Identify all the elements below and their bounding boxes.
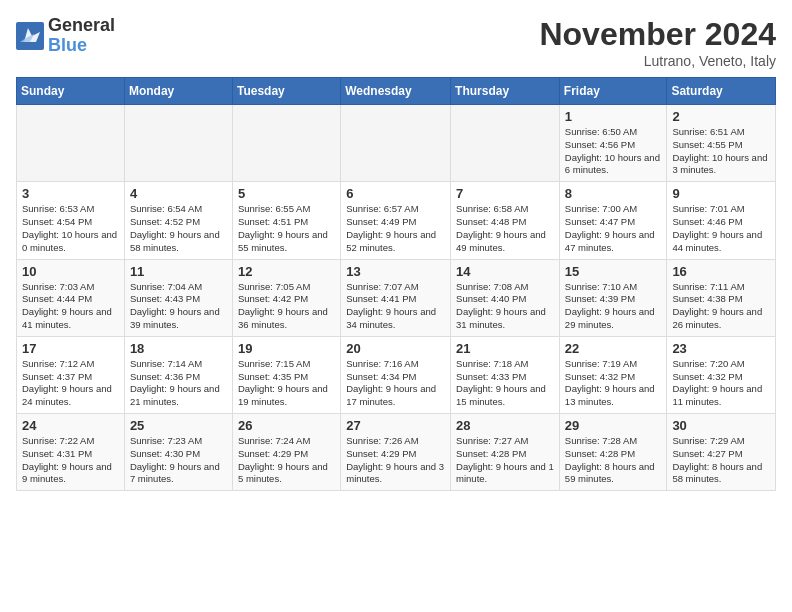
location: Lutrano, Veneto, Italy xyxy=(539,53,776,69)
calendar-day-cell: 8Sunrise: 7:00 AM Sunset: 4:47 PM Daylig… xyxy=(559,182,667,259)
day-number: 18 xyxy=(130,341,227,356)
day-number: 15 xyxy=(565,264,662,279)
day-info: Sunrise: 6:54 AM Sunset: 4:52 PM Dayligh… xyxy=(130,203,227,254)
day-number: 4 xyxy=(130,186,227,201)
day-info: Sunrise: 7:07 AM Sunset: 4:41 PM Dayligh… xyxy=(346,281,445,332)
calendar-day-cell: 9Sunrise: 7:01 AM Sunset: 4:46 PM Daylig… xyxy=(667,182,776,259)
day-info: Sunrise: 7:12 AM Sunset: 4:37 PM Dayligh… xyxy=(22,358,119,409)
day-number: 1 xyxy=(565,109,662,124)
calendar-day-cell xyxy=(124,105,232,182)
weekday-header-cell: Friday xyxy=(559,78,667,105)
calendar-day-cell: 3Sunrise: 6:53 AM Sunset: 4:54 PM Daylig… xyxy=(17,182,125,259)
day-info: Sunrise: 6:51 AM Sunset: 4:55 PM Dayligh… xyxy=(672,126,770,177)
calendar-day-cell: 26Sunrise: 7:24 AM Sunset: 4:29 PM Dayli… xyxy=(232,414,340,491)
calendar-day-cell: 6Sunrise: 6:57 AM Sunset: 4:49 PM Daylig… xyxy=(341,182,451,259)
calendar-day-cell: 10Sunrise: 7:03 AM Sunset: 4:44 PM Dayli… xyxy=(17,259,125,336)
calendar-day-cell: 19Sunrise: 7:15 AM Sunset: 4:35 PM Dayli… xyxy=(232,336,340,413)
day-number: 27 xyxy=(346,418,445,433)
calendar-day-cell: 16Sunrise: 7:11 AM Sunset: 4:38 PM Dayli… xyxy=(667,259,776,336)
day-info: Sunrise: 6:50 AM Sunset: 4:56 PM Dayligh… xyxy=(565,126,662,177)
day-number: 14 xyxy=(456,264,554,279)
calendar-day-cell: 28Sunrise: 7:27 AM Sunset: 4:28 PM Dayli… xyxy=(451,414,560,491)
day-info: Sunrise: 7:27 AM Sunset: 4:28 PM Dayligh… xyxy=(456,435,554,486)
day-info: Sunrise: 7:22 AM Sunset: 4:31 PM Dayligh… xyxy=(22,435,119,486)
logo-text: General Blue xyxy=(48,16,115,56)
day-info: Sunrise: 7:29 AM Sunset: 4:27 PM Dayligh… xyxy=(672,435,770,486)
calendar-week-row: 24Sunrise: 7:22 AM Sunset: 4:31 PM Dayli… xyxy=(17,414,776,491)
calendar-day-cell: 2Sunrise: 6:51 AM Sunset: 4:55 PM Daylig… xyxy=(667,105,776,182)
day-info: Sunrise: 7:11 AM Sunset: 4:38 PM Dayligh… xyxy=(672,281,770,332)
calendar-day-cell: 14Sunrise: 7:08 AM Sunset: 4:40 PM Dayli… xyxy=(451,259,560,336)
day-number: 5 xyxy=(238,186,335,201)
day-number: 9 xyxy=(672,186,770,201)
day-info: Sunrise: 7:24 AM Sunset: 4:29 PM Dayligh… xyxy=(238,435,335,486)
day-info: Sunrise: 6:58 AM Sunset: 4:48 PM Dayligh… xyxy=(456,203,554,254)
calendar: SundayMondayTuesdayWednesdayThursdayFrid… xyxy=(16,77,776,491)
weekday-header-cell: Sunday xyxy=(17,78,125,105)
logo-line1: General xyxy=(48,16,115,36)
day-number: 21 xyxy=(456,341,554,356)
day-number: 30 xyxy=(672,418,770,433)
day-number: 29 xyxy=(565,418,662,433)
day-number: 17 xyxy=(22,341,119,356)
calendar-day-cell: 13Sunrise: 7:07 AM Sunset: 4:41 PM Dayli… xyxy=(341,259,451,336)
calendar-day-cell: 4Sunrise: 6:54 AM Sunset: 4:52 PM Daylig… xyxy=(124,182,232,259)
day-number: 28 xyxy=(456,418,554,433)
day-number: 13 xyxy=(346,264,445,279)
day-number: 12 xyxy=(238,264,335,279)
day-number: 11 xyxy=(130,264,227,279)
day-number: 23 xyxy=(672,341,770,356)
calendar-day-cell: 23Sunrise: 7:20 AM Sunset: 4:32 PM Dayli… xyxy=(667,336,776,413)
day-info: Sunrise: 6:53 AM Sunset: 4:54 PM Dayligh… xyxy=(22,203,119,254)
day-info: Sunrise: 7:18 AM Sunset: 4:33 PM Dayligh… xyxy=(456,358,554,409)
calendar-day-cell: 30Sunrise: 7:29 AM Sunset: 4:27 PM Dayli… xyxy=(667,414,776,491)
calendar-day-cell: 11Sunrise: 7:04 AM Sunset: 4:43 PM Dayli… xyxy=(124,259,232,336)
day-info: Sunrise: 7:08 AM Sunset: 4:40 PM Dayligh… xyxy=(456,281,554,332)
weekday-header-cell: Monday xyxy=(124,78,232,105)
calendar-week-row: 3Sunrise: 6:53 AM Sunset: 4:54 PM Daylig… xyxy=(17,182,776,259)
day-info: Sunrise: 7:23 AM Sunset: 4:30 PM Dayligh… xyxy=(130,435,227,486)
day-number: 24 xyxy=(22,418,119,433)
calendar-day-cell: 7Sunrise: 6:58 AM Sunset: 4:48 PM Daylig… xyxy=(451,182,560,259)
logo-line2: Blue xyxy=(48,36,115,56)
day-number: 22 xyxy=(565,341,662,356)
day-info: Sunrise: 7:01 AM Sunset: 4:46 PM Dayligh… xyxy=(672,203,770,254)
calendar-day-cell: 24Sunrise: 7:22 AM Sunset: 4:31 PM Dayli… xyxy=(17,414,125,491)
calendar-day-cell xyxy=(232,105,340,182)
calendar-day-cell xyxy=(451,105,560,182)
calendar-week-row: 10Sunrise: 7:03 AM Sunset: 4:44 PM Dayli… xyxy=(17,259,776,336)
weekday-header-row: SundayMondayTuesdayWednesdayThursdayFrid… xyxy=(17,78,776,105)
day-info: Sunrise: 7:26 AM Sunset: 4:29 PM Dayligh… xyxy=(346,435,445,486)
day-number: 7 xyxy=(456,186,554,201)
day-info: Sunrise: 6:55 AM Sunset: 4:51 PM Dayligh… xyxy=(238,203,335,254)
day-info: Sunrise: 7:04 AM Sunset: 4:43 PM Dayligh… xyxy=(130,281,227,332)
day-info: Sunrise: 7:16 AM Sunset: 4:34 PM Dayligh… xyxy=(346,358,445,409)
day-info: Sunrise: 7:00 AM Sunset: 4:47 PM Dayligh… xyxy=(565,203,662,254)
calendar-day-cell xyxy=(341,105,451,182)
day-info: Sunrise: 7:14 AM Sunset: 4:36 PM Dayligh… xyxy=(130,358,227,409)
calendar-day-cell: 22Sunrise: 7:19 AM Sunset: 4:32 PM Dayli… xyxy=(559,336,667,413)
calendar-day-cell xyxy=(17,105,125,182)
calendar-body: 1Sunrise: 6:50 AM Sunset: 4:56 PM Daylig… xyxy=(17,105,776,491)
weekday-header-cell: Wednesday xyxy=(341,78,451,105)
calendar-day-cell: 17Sunrise: 7:12 AM Sunset: 4:37 PM Dayli… xyxy=(17,336,125,413)
logo-icon xyxy=(16,22,44,50)
month-year: November 2024 xyxy=(539,16,776,53)
day-number: 16 xyxy=(672,264,770,279)
day-info: Sunrise: 7:15 AM Sunset: 4:35 PM Dayligh… xyxy=(238,358,335,409)
calendar-week-row: 1Sunrise: 6:50 AM Sunset: 4:56 PM Daylig… xyxy=(17,105,776,182)
calendar-day-cell: 21Sunrise: 7:18 AM Sunset: 4:33 PM Dayli… xyxy=(451,336,560,413)
calendar-week-row: 17Sunrise: 7:12 AM Sunset: 4:37 PM Dayli… xyxy=(17,336,776,413)
day-info: Sunrise: 7:28 AM Sunset: 4:28 PM Dayligh… xyxy=(565,435,662,486)
calendar-day-cell: 12Sunrise: 7:05 AM Sunset: 4:42 PM Dayli… xyxy=(232,259,340,336)
day-info: Sunrise: 7:19 AM Sunset: 4:32 PM Dayligh… xyxy=(565,358,662,409)
logo: General Blue xyxy=(16,16,115,56)
day-info: Sunrise: 7:20 AM Sunset: 4:32 PM Dayligh… xyxy=(672,358,770,409)
calendar-day-cell: 27Sunrise: 7:26 AM Sunset: 4:29 PM Dayli… xyxy=(341,414,451,491)
day-number: 10 xyxy=(22,264,119,279)
day-number: 25 xyxy=(130,418,227,433)
day-number: 20 xyxy=(346,341,445,356)
day-info: Sunrise: 7:10 AM Sunset: 4:39 PM Dayligh… xyxy=(565,281,662,332)
day-info: Sunrise: 6:57 AM Sunset: 4:49 PM Dayligh… xyxy=(346,203,445,254)
day-number: 3 xyxy=(22,186,119,201)
